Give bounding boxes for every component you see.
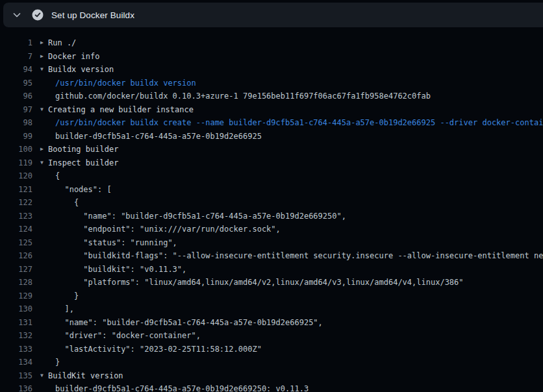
log-line: 122 { — [0, 196, 543, 210]
line-number[interactable]: 131 — [0, 316, 32, 330]
log-text: "driver": "docker-container", — [55, 329, 543, 343]
log-text: { — [55, 169, 543, 183]
line-number[interactable]: 136 — [0, 382, 32, 392]
group-label[interactable]: Inspect builder — [48, 156, 543, 170]
step-title: Set up Docker Buildx — [51, 10, 134, 20]
line-number[interactable]: 127 — [0, 263, 32, 276]
log-line: 132 "driver": "docker-container", — [0, 329, 543, 343]
line-number[interactable]: 134 — [0, 356, 32, 369]
group-label[interactable]: Booting builder — [48, 143, 543, 156]
line-number[interactable]: 133 — [0, 343, 32, 356]
expand-triangle-icon[interactable]: ▶ — [40, 143, 48, 156]
log-group-row[interactable]: 135▼BuildKit version — [0, 369, 543, 383]
log-text: /usr/bin/docker buildx create --name bui… — [55, 116, 543, 130]
log-line: 136builder-d9cfb5a1-c764-445a-a57e-0b19d… — [0, 382, 543, 392]
log-group-row[interactable]: 97▼Creating a new builder instance — [0, 103, 543, 117]
log-text: } — [55, 289, 543, 303]
log-group-row[interactable]: 94▼Buildx version — [0, 63, 543, 77]
collapse-triangle-icon[interactable]: ▼ — [40, 63, 48, 77]
log-group-row[interactable]: 7▶Docker info — [0, 50, 543, 64]
log-text: } — [55, 356, 543, 369]
chevron-down-icon[interactable] — [10, 8, 24, 22]
log-text: "name": "builder-d9cfb5a1-c764-445a-a57e… — [55, 210, 543, 223]
log-line: 99builder-d9cfb5a1-c764-445a-a57e-0b19d2… — [0, 130, 543, 143]
log-line: 96github.com/docker/buildx 0.10.3+azure-… — [0, 90, 543, 103]
line-number[interactable]: 1 — [0, 36, 32, 50]
log-text: "buildkitd-flags": "--allow-insecure-ent… — [55, 249, 543, 263]
line-number[interactable]: 96 — [0, 90, 32, 103]
line-number[interactable]: 7 — [0, 50, 32, 64]
group-label[interactable]: BuildKit version — [48, 369, 543, 383]
log-line: 123 "name": "builder-d9cfb5a1-c764-445a-… — [0, 210, 543, 223]
log-group-row[interactable]: 119▼Inspect builder — [0, 156, 543, 170]
log-line: 95/usr/bin/docker buildx version — [0, 77, 543, 90]
log-line: 124 "endpoint": "unix:///var/run/docker.… — [0, 223, 543, 236]
line-number[interactable]: 100 — [0, 143, 32, 156]
log-text: "platforms": "linux/amd64,linux/amd64/v2… — [55, 276, 543, 289]
log-text: ], — [55, 302, 543, 316]
line-number[interactable]: 128 — [0, 276, 32, 289]
line-number[interactable]: 125 — [0, 236, 32, 250]
expand-triangle-icon[interactable]: ▶ — [40, 36, 48, 50]
log-line: 127 "buildkit": "v0.11.3", — [0, 263, 543, 276]
line-number[interactable]: 129 — [0, 289, 32, 303]
collapse-triangle-icon[interactable]: ▼ — [40, 156, 48, 170]
log-line: 133 "lastActivity": "2023-02-25T11:58:12… — [0, 343, 543, 356]
log-text: /usr/bin/docker buildx version — [55, 77, 543, 90]
check-circle-icon — [32, 9, 44, 21]
line-number[interactable]: 124 — [0, 223, 32, 236]
log-line: 128 "platforms": "linux/amd64,linux/amd6… — [0, 276, 543, 289]
collapse-triangle-icon[interactable]: ▼ — [40, 369, 48, 383]
log-text: "status": "running", — [55, 236, 543, 250]
line-number[interactable]: 135 — [0, 369, 32, 383]
log-text: "buildkit": "v0.11.3", — [55, 263, 543, 276]
log-line: 121 "nodes": [ — [0, 183, 543, 197]
expand-triangle-icon[interactable]: ▶ — [40, 50, 48, 64]
group-label[interactable]: Docker info — [48, 50, 543, 64]
log-text: builder-d9cfb5a1-c764-445a-a57e-0b19d2e6… — [55, 130, 543, 143]
log-line: 129 } — [0, 289, 543, 303]
line-number[interactable]: 95 — [0, 77, 32, 90]
log-group-row[interactable]: 1▶Run ./ — [0, 36, 543, 50]
group-label[interactable]: Buildx version — [48, 63, 543, 77]
log-group-row[interactable]: 100▶Booting builder — [0, 143, 543, 156]
log-line: 98/usr/bin/docker buildx create --name b… — [0, 116, 543, 130]
log-line: 125 "status": "running", — [0, 236, 543, 250]
log-line: 134} — [0, 356, 543, 369]
line-number[interactable]: 121 — [0, 183, 32, 197]
log-text: "endpoint": "unix:///var/run/docker.sock… — [55, 223, 543, 236]
line-number[interactable]: 122 — [0, 196, 32, 210]
collapse-triangle-icon[interactable]: ▼ — [40, 103, 48, 117]
log-line: 120{ — [0, 169, 543, 183]
log-line: 131 "name": "builder-d9cfb5a1-c764-445a-… — [0, 316, 543, 330]
log-line: 126 "buildkitd-flags": "--allow-insecure… — [0, 249, 543, 263]
line-number[interactable]: 99 — [0, 130, 32, 143]
line-number[interactable]: 132 — [0, 329, 32, 343]
log-console: 1▶Run ./7▶Docker info94▼Buildx version95… — [0, 36, 543, 392]
line-number[interactable]: 130 — [0, 302, 32, 316]
log-text: "nodes": [ — [55, 183, 543, 197]
step-header[interactable]: Set up Docker Buildx — [3, 3, 543, 27]
log-line: 130 ], — [0, 302, 543, 316]
line-number[interactable]: 120 — [0, 169, 32, 183]
log-text: builder-d9cfb5a1-c764-445a-a57e-0b19d2e6… — [55, 382, 543, 392]
log-text: "lastActivity": "2023-02-25T11:58:12.000… — [55, 343, 543, 356]
group-label[interactable]: Run ./ — [48, 36, 543, 50]
log-text: github.com/docker/buildx 0.10.3+azure-1 … — [55, 90, 543, 103]
log-text: "name": "builder-d9cfb5a1-c764-445a-a57e… — [55, 316, 543, 330]
line-number[interactable]: 126 — [0, 249, 32, 263]
line-number[interactable]: 123 — [0, 210, 32, 223]
group-label[interactable]: Creating a new builder instance — [48, 103, 543, 117]
log-text: { — [55, 196, 543, 210]
line-number[interactable]: 94 — [0, 63, 32, 77]
line-number[interactable]: 97 — [0, 103, 32, 117]
line-number[interactable]: 98 — [0, 116, 32, 130]
line-number[interactable]: 119 — [0, 156, 32, 170]
